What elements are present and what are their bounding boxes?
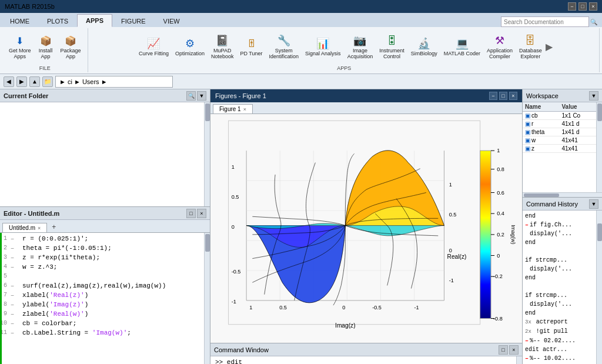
code-line-11: 11 – cb.Label.String = 'Imag(w)'; [0, 328, 204, 338]
ch-menu-icon[interactable]: ▼ [589, 199, 598, 209]
cmd-expand-icon[interactable]: □ [499, 345, 508, 355]
minimize-button[interactable]: − [568, 2, 576, 11]
cmd-scrollbar[interactable] [516, 356, 522, 364]
svg-text:-0.5: -0.5 [232, 269, 241, 275]
up-button[interactable]: ▲ [29, 76, 40, 87]
ws-col-name: Name [523, 102, 560, 111]
close-button[interactable]: × [589, 2, 597, 11]
mupad-button[interactable]: 📓 MuPADNotebook [208, 32, 237, 62]
optimization-button[interactable]: ⚙ Optimization [172, 35, 208, 59]
svg-text:-0.2: -0.2 [493, 273, 503, 279]
ws-var-icon-cb: ▣ [525, 112, 530, 119]
editor-close-icon[interactable]: × [197, 209, 206, 218]
command-window-content[interactable]: >> edit >> Untitled [210, 356, 516, 364]
ws-col-value: Value [560, 102, 597, 111]
ch-entry-display3[interactable]: display('... [525, 300, 594, 309]
figure-close-button[interactable]: × [509, 92, 517, 100]
ch-entry-ifch[interactable]: – if fig.Ch... [525, 221, 594, 229]
ch-entry-date1-text: %-- 02.02.... [530, 336, 576, 345]
ws-var-name-cb: cb [531, 112, 538, 119]
svg-text:0: 0 [449, 248, 452, 253]
app-compiler-button[interactable]: ⚒ ApplicationCompiler [484, 32, 516, 62]
ch-entry-display2[interactable]: display('... [525, 265, 594, 273]
ch-entry-strcmp1[interactable]: if strcmp... [525, 256, 594, 265]
cf-search-icon[interactable]: 🔍 [186, 91, 196, 101]
editor-content[interactable]: 1 – r = (0:0.025:1)'; 2 – theta = pi*(-1… [0, 233, 204, 364]
svg-text:-0.5: -0.5 [372, 305, 382, 310]
ch-entry-end4[interactable]: end [525, 309, 594, 318]
ws-scrollbar[interactable] [596, 102, 602, 192]
editor-tab-close-icon[interactable]: × [38, 225, 41, 231]
ch-entry-editactr[interactable]: edit actr... [525, 345, 594, 354]
figure-minimize-button[interactable]: − [489, 92, 497, 100]
matlab-coder-button[interactable]: 💻 MATLAB Coder [441, 35, 483, 59]
ws-row-theta[interactable]: ▣ theta 1x41 d [523, 128, 596, 136]
search-input[interactable] [501, 16, 589, 27]
ws-row-cb[interactable]: ▣ cb 1x1 Co [523, 112, 596, 120]
figure-tab-1[interactable]: Figure 1 × [213, 104, 253, 113]
svg-text:-1: -1 [449, 278, 454, 283]
ch-entry-date1[interactable]: – %-- 02.02.... [525, 336, 594, 345]
maximize-button[interactable]: □ [578, 2, 587, 11]
tab-plots[interactable]: PLOTS [38, 15, 77, 27]
system-id-label: SystemIdentification [269, 48, 299, 60]
signal-analysis-button[interactable]: 📊 Signal Analysis [302, 35, 344, 59]
ch-entry-gitpull[interactable]: 2x !git pull [525, 327, 594, 336]
cf-menu-icon[interactable]: ▼ [197, 91, 206, 101]
database-explorer-label: DatabaseExplorer [519, 48, 542, 60]
forward-button[interactable]: ▶ [16, 76, 27, 87]
editor-expand-icon[interactable]: □ [186, 209, 196, 218]
instrument-control-icon: 🎛 [384, 34, 399, 48]
optimization-label: Optimization [175, 51, 205, 57]
back-button[interactable]: ◀ [4, 76, 14, 87]
ws-row-z[interactable]: ▣ z 41x41 [523, 145, 596, 153]
image-acquisition-button[interactable]: 📷 ImageAcquisition [345, 32, 376, 62]
svg-text:1: 1 [497, 148, 500, 153]
browse-button[interactable]: 📁 [42, 76, 53, 87]
titlebar: MATLAB R2015b − □ × [0, 0, 602, 13]
system-id-button[interactable]: 🔧 SystemIdentification [266, 32, 302, 62]
ch-entry-display1[interactable]: display('... [525, 229, 594, 238]
search-icon[interactable]: 🔍 [590, 19, 597, 25]
ribbon-group-apps: 📈 Curve Fitting ⚙ Optimization 📓 MuPADNo… [89, 28, 600, 72]
ch-entry-end2[interactable]: end [525, 238, 594, 247]
ws-row-r[interactable]: ▣ r 41x1 d [523, 120, 596, 128]
cmd-close-icon[interactable]: × [509, 345, 519, 355]
svg-text:-0.8: -0.8 [493, 316, 503, 322]
ws-menu-icon[interactable]: ▼ [589, 91, 598, 101]
figure-tab-close-icon[interactable]: × [243, 106, 246, 112]
ch-entry-strcmp2[interactable]: if strcmp... [525, 291, 594, 300]
editor-tab-untitled[interactable]: Untitled.m × [2, 223, 47, 232]
get-more-apps-button[interactable]: ⬇ Get MoreApps [6, 32, 34, 62]
ch-entry-end3[interactable]: end [525, 273, 594, 282]
tab-view[interactable]: VIEW [155, 15, 189, 27]
ch-scrollbar[interactable] [596, 211, 602, 364]
pd-tuner-button[interactable]: 🎚 PD Tuner [238, 35, 266, 59]
ws-var-name-w: w [531, 137, 536, 143]
pd-tuner-label: PD Tuner [240, 51, 263, 57]
ch-marker-3: – [525, 354, 529, 363]
editor-scrollbar[interactable] [204, 233, 210, 364]
database-explorer-button[interactable]: 🗄 DatabaseExplorer [516, 32, 545, 62]
simbiology-button[interactable]: 🔬 SimBiology [408, 35, 440, 59]
ch-entry-actreport[interactable]: 3x actreport [525, 318, 594, 327]
package-app-button[interactable]: 📦 PackageApp [58, 32, 84, 62]
tab-figure[interactable]: FIGURE [112, 15, 155, 27]
install-app-button[interactable]: 📦 InstallApp [35, 32, 56, 62]
ws-hscrollbar[interactable] [523, 192, 602, 197]
code-line-2: 2 – theta = pi*(-1:0.05:1); [0, 243, 204, 253]
figure-expand-button[interactable]: □ [499, 92, 507, 100]
apps-more-arrow[interactable]: ▶ [546, 41, 553, 52]
mupad-label: MuPADNotebook [211, 48, 234, 60]
figure-panel: Figures - Figure 1 − □ × Figure 1 × [210, 89, 522, 343]
instrument-control-button[interactable]: 🎛 InstrumentControl [376, 32, 407, 62]
ch-entry-date2[interactable]: – %-- 10.02.... [525, 354, 594, 363]
ws-hscroll-thumb [524, 193, 559, 197]
folder-scrollbar[interactable] [204, 102, 210, 206]
new-tab-button[interactable]: + [48, 222, 59, 232]
curve-fitting-button[interactable]: 📈 Curve Fitting [136, 35, 172, 59]
ws-row-w[interactable]: ▣ w 41x41 [523, 136, 596, 145]
tab-apps[interactable]: APPS [77, 14, 112, 27]
tab-home[interactable]: HOME [1, 15, 38, 27]
ch-entry-end1[interactable]: end [525, 212, 594, 221]
